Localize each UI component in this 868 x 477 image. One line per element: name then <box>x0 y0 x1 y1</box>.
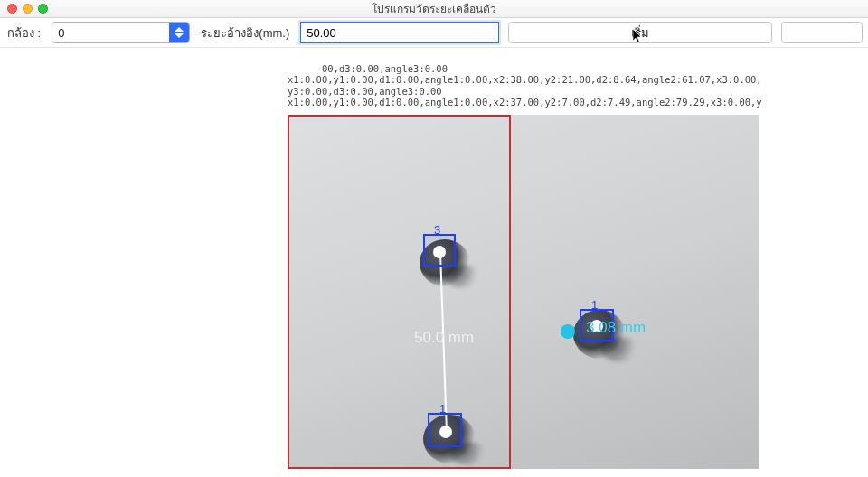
svg-marker-0 <box>175 27 184 32</box>
reference-label: ระยะอ้างอิง(mm.) <box>199 23 291 42</box>
tracker-center-dot <box>439 426 452 438</box>
titlebar: โปรแกรมวัดระยะเคลื่อนตัว <box>0 0 868 18</box>
window-controls <box>7 4 48 14</box>
log-text: 00,d3:0.00,angle3:0.00 x1:0.00,y1:0.00,d… <box>288 63 762 108</box>
reference-text: 3.08 mm <box>586 319 646 337</box>
tracker-id: 3 <box>434 223 440 237</box>
object-shadow <box>445 265 481 288</box>
log-output: 00,d3:0.00,angle3:0.00 x1:0.00,y1:0.00,d… <box>288 51 762 108</box>
minimize-icon[interactable] <box>23 4 33 14</box>
camera-label: กล้อง : <box>5 23 42 42</box>
start-button-label: เริ่ม <box>631 23 649 42</box>
left-spacer <box>0 48 288 477</box>
window-title: โปรแกรมวัดระยะเคลื่อนตัว <box>0 0 868 17</box>
chevron-down-icon[interactable] <box>169 23 189 42</box>
right-area: 00,d3:0.00,angle3:0.00 x1:0.00,y1:0.00,d… <box>288 48 868 477</box>
start-button[interactable]: เริ่ม <box>508 22 772 43</box>
reference-dot <box>561 324 575 339</box>
distance-text: 50.0 mm <box>414 329 474 347</box>
content: 00,d3:0.00,angle3:0.00 x1:0.00,y1:0.00,d… <box>0 48 868 477</box>
reference-input[interactable] <box>300 22 499 43</box>
tracker-id: 1 <box>439 402 446 416</box>
maximize-icon[interactable] <box>38 4 48 14</box>
extra-button[interactable] <box>781 22 863 43</box>
video-view: 50.0 mm 3 1 1 3.08 mm <box>288 115 760 469</box>
svg-marker-1 <box>175 33 184 38</box>
camera-value: 0 <box>58 26 64 40</box>
tracker-center-dot <box>433 246 446 258</box>
camera-select[interactable]: 0 <box>52 22 190 43</box>
roi-rectangle <box>288 115 511 469</box>
close-icon[interactable] <box>7 4 17 14</box>
tracker-id: 1 <box>591 298 598 312</box>
toolbar: กล้อง : 0 ระยะอ้างอิง(mm.) เริ่ม <box>0 18 868 48</box>
